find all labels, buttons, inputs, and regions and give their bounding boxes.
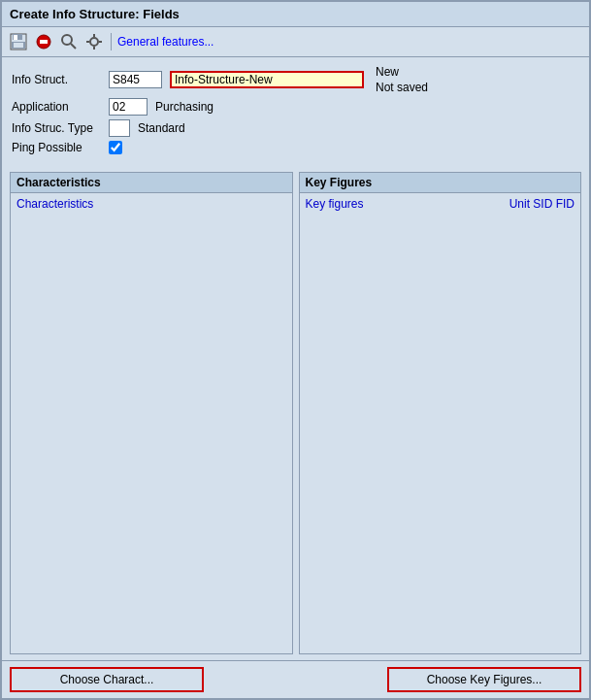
svg-point-7 [62,35,72,45]
ping-possible-row: Ping Possible [12,141,579,154]
characteristics-panel: Characteristics Characteristics [10,172,293,654]
info-struct-input[interactable] [109,71,162,88]
status-not-saved: Not saved [376,81,428,94]
info-struc-type-label: Info Struc. Type [12,121,109,135]
main-window: Create Info Structure: Fields [0,0,591,700]
application-text: Purchasing [155,100,213,114]
panels-area: Characteristics Characteristics Key Figu… [2,166,589,660]
key-figures-headers: Unit SID FID [509,197,575,211]
svg-line-8 [71,44,76,49]
characteristics-link[interactable]: Characteristics [16,197,93,211]
ping-possible-label: Ping Possible [12,141,109,154]
application-label: Application [12,100,109,114]
key-figures-panel-content: Key figures Unit SID FID [300,193,581,653]
toolbar-separator [111,33,112,50]
key-figures-row: Key figures Unit SID FID [306,197,575,211]
bottom-bar: Choose Charact... Choose Key Figures... [2,660,589,698]
info-struct-label: Info Struct. [12,73,109,86]
ping-possible-checkbox[interactable] [109,141,122,154]
find-icon[interactable] [58,31,80,52]
standard-text: Standard [138,121,185,135]
application-input[interactable] [109,98,148,116]
toolbar: General features... [2,27,589,57]
key-figures-panel: Key Figures Key figures Unit SID FID [299,172,582,654]
info-struc-type-input[interactable] [109,119,130,137]
key-figures-panel-header: Key Figures [300,173,581,193]
characteristics-panel-content: Characteristics [11,193,292,653]
stop-icon[interactable] [33,31,54,52]
key-figures-link[interactable]: Key figures [306,197,364,211]
form-area: Info Struct. New Not saved Application P… [2,57,589,166]
settings-icon[interactable] [83,31,105,52]
status-new: New [376,65,428,79]
info-name-input[interactable] [170,71,364,88]
application-row: Application Purchasing [12,98,579,116]
save-icon[interactable] [8,31,29,52]
window-title: Create Info Structure: Fields [10,7,180,21]
svg-rect-6 [40,40,48,44]
svg-point-9 [90,38,98,46]
status-box: New Not saved [376,65,428,94]
choose-key-figures-button[interactable]: Choose Key Figures... [387,667,581,692]
svg-rect-4 [14,43,23,48]
general-features-link[interactable]: General features... [117,35,213,49]
info-struc-type-row: Info Struc. Type Standard [12,119,579,137]
svg-rect-2 [14,35,17,40]
ping-possible-checkbox-area [109,141,122,154]
info-struct-row: Info Struct. New Not saved [12,65,579,94]
choose-charact-button[interactable]: Choose Charact... [10,667,204,692]
title-bar: Create Info Structure: Fields [2,2,589,27]
characteristics-panel-header: Characteristics [11,173,292,193]
